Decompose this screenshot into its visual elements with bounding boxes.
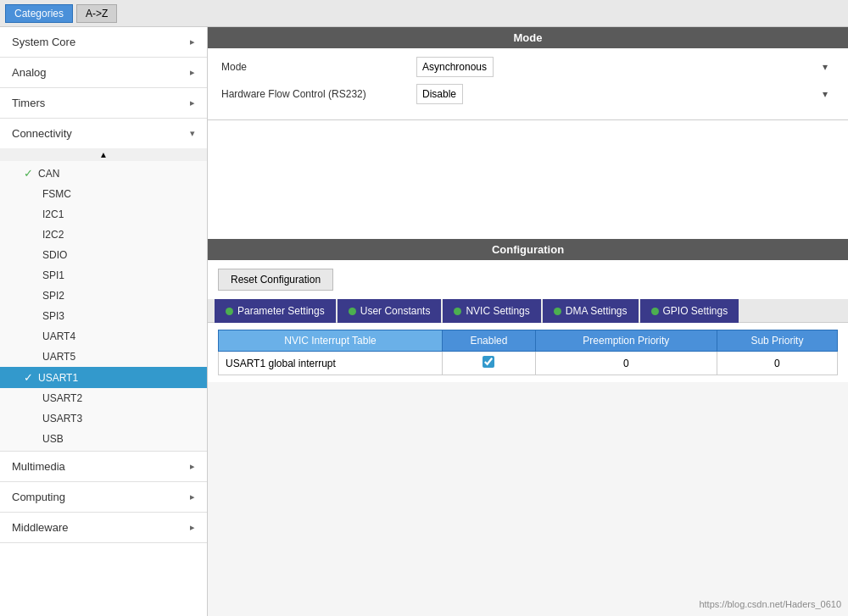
- sidebar-item-label-usart2: USART2: [42, 392, 82, 404]
- sidebar-item-usart3[interactable]: USART3: [0, 408, 207, 429]
- chevron-icon-analog: ▸: [190, 67, 195, 78]
- tab-label-nvic-settings: NVIC Settings: [466, 305, 529, 317]
- sidebar-section-header-analog[interactable]: Analog▸: [0, 58, 207, 87]
- col-sub-priority: Sub Priority: [717, 330, 837, 352]
- hw-flow-label: Hardware Flow Control (RS232): [221, 88, 416, 100]
- main-layout: System Core▸Analog▸Timers▸Connectivity▾▲…: [0, 27, 848, 616]
- interrupt-name-cell: USART1 global interrupt: [219, 352, 443, 375]
- chevron-icon-multimedia: ▸: [190, 461, 195, 472]
- reset-btn-area: Reset Configuration: [208, 260, 848, 299]
- mode-row: Mode Asynchronous: [221, 57, 834, 77]
- scroll-up-btn[interactable]: ▲: [0, 148, 207, 161]
- sidebar-section-header-middleware[interactable]: Middleware▸: [0, 513, 207, 542]
- sidebar-item-spi2[interactable]: SPI2: [0, 286, 207, 306]
- chevron-icon-connectivity: ▾: [190, 128, 195, 139]
- tab-dot-user-constants: [349, 308, 356, 315]
- check-icon-can: ✓: [24, 167, 33, 180]
- sidebar-item-uart5[interactable]: UART5: [0, 347, 207, 367]
- nvic-table-area: NVIC Interrupt Table Enabled Preemption …: [208, 323, 848, 382]
- sidebar-section-label-system-core: System Core: [12, 36, 75, 48]
- enabled-checkbox[interactable]: [483, 356, 494, 368]
- reset-config-button[interactable]: Reset Configuration: [218, 269, 333, 291]
- sidebar-item-usart1[interactable]: ✓USART1: [0, 367, 207, 388]
- sidebar-item-label-can: CAN: [38, 168, 59, 180]
- sidebar-section-label-timers: Timers: [12, 97, 45, 109]
- content-area: Mode Mode Asynchronous Hardware Flow Con…: [208, 27, 848, 616]
- sidebar-item-label-sdio: SDIO: [42, 249, 67, 261]
- sidebar-item-fsmc[interactable]: FSMC: [0, 184, 207, 204]
- sidebar-item-usb[interactable]: USB: [0, 429, 207, 449]
- config-tab-parameter-settings[interactable]: Parameter Settings: [215, 299, 336, 323]
- sidebar-section-label-connectivity: Connectivity: [12, 127, 72, 140]
- config-tab-dma-settings[interactable]: DMA Settings: [543, 299, 639, 323]
- tab-dot-dma-settings: [554, 308, 561, 315]
- sidebar-section-header-computing[interactable]: Computing▸: [0, 482, 207, 512]
- sidebar-item-label-usart1: USART1: [38, 372, 78, 384]
- config-tab-gpio-settings[interactable]: GPIO Settings: [640, 299, 739, 323]
- check-icon-usart1: ✓: [24, 371, 33, 384]
- sidebar-section-connectivity: Connectivity▾▲✓CANFSMCI2C1I2C2SDIOSPI1SP…: [0, 119, 207, 452]
- nvic-table: NVIC Interrupt Table Enabled Preemption …: [218, 330, 838, 375]
- tab-dot-nvic-settings: [454, 308, 461, 315]
- preemption-cell: 0: [535, 352, 717, 375]
- sidebar-item-label-i2c2: I2C2: [42, 229, 64, 241]
- sidebar-section-multimedia: Multimedia▸: [0, 452, 207, 482]
- config-section-header: Configuration: [208, 239, 848, 260]
- sidebar-section-label-middleware: Middleware: [12, 521, 68, 534]
- sidebar-item-label-spi1: SPI1: [42, 269, 64, 281]
- sidebar-section-header-connectivity[interactable]: Connectivity▾: [0, 119, 207, 148]
- sidebar-item-label-uart5: UART5: [42, 351, 75, 363]
- sidebar-item-label-fsmc: FSMC: [42, 188, 71, 200]
- sidebar-item-can[interactable]: ✓CAN: [0, 163, 207, 184]
- sidebar-item-i2c1[interactable]: I2C1: [0, 204, 207, 225]
- az-tab[interactable]: A->Z: [76, 4, 117, 23]
- tab-label-gpio-settings: GPIO Settings: [663, 305, 728, 317]
- mode-label: Mode: [221, 61, 416, 73]
- chevron-icon-timers: ▸: [190, 97, 195, 108]
- sidebar-item-usart2[interactable]: USART2: [0, 388, 207, 408]
- mode-section-header: Mode: [208, 27, 848, 48]
- sidebar-item-i2c2[interactable]: I2C2: [0, 225, 207, 245]
- col-enabled: Enabled: [443, 330, 536, 352]
- sidebar-section-label-analog: Analog: [12, 66, 46, 79]
- tab-dot-parameter-settings: [226, 308, 233, 315]
- chevron-icon-computing: ▸: [190, 491, 195, 502]
- sidebar-section-computing: Computing▸: [0, 482, 207, 513]
- sidebar-item-spi1[interactable]: SPI1: [0, 265, 207, 286]
- sidebar-item-label-usb: USB: [42, 433, 64, 445]
- sidebar-section-header-timers[interactable]: Timers▸: [0, 88, 207, 118]
- sidebar-item-spi3[interactable]: SPI3: [0, 306, 207, 326]
- sub-priority-cell: 0: [717, 352, 837, 375]
- config-tabs-bar: Parameter SettingsUser ConstantsNVIC Set…: [208, 299, 848, 323]
- config-tab-nvic-settings[interactable]: NVIC Settings: [443, 299, 540, 323]
- sidebar-section-middleware: Middleware▸: [0, 513, 207, 543]
- sidebar-item-label-spi3: SPI3: [42, 310, 64, 322]
- mode-select[interactable]: Asynchronous: [416, 57, 494, 77]
- watermark: https://blog.csdn.net/Haders_0610: [699, 599, 841, 609]
- sidebar-items-connectivity: ✓CANFSMCI2C1I2C2SDIOSPI1SPI2SPI3UART4UAR…: [0, 161, 207, 451]
- hw-flow-select[interactable]: Disable: [416, 84, 463, 104]
- hw-flow-row: Hardware Flow Control (RS232) Disable: [221, 84, 834, 104]
- sidebar-section-label-computing: Computing: [12, 491, 65, 503]
- sidebar: System Core▸Analog▸Timers▸Connectivity▾▲…: [0, 27, 208, 616]
- top-bar: Categories A->Z: [0, 0, 848, 27]
- chevron-icon-middleware: ▸: [190, 522, 195, 533]
- col-interrupt-table: NVIC Interrupt Table: [219, 330, 443, 352]
- sidebar-section-header-multimedia[interactable]: Multimedia▸: [0, 452, 207, 481]
- sidebar-item-uart4[interactable]: UART4: [0, 326, 207, 347]
- sidebar-section-system-core: System Core▸: [0, 27, 207, 58]
- sidebar-item-label-i2c1: I2C1: [42, 208, 64, 220]
- sidebar-item-sdio[interactable]: SDIO: [0, 245, 207, 265]
- table-header-row: NVIC Interrupt Table Enabled Preemption …: [219, 330, 838, 352]
- config-tab-user-constants[interactable]: User Constants: [338, 299, 442, 323]
- categories-tab[interactable]: Categories: [5, 4, 73, 23]
- col-preemption: Preemption Priority: [535, 330, 717, 352]
- sidebar-section-timers: Timers▸: [0, 88, 207, 119]
- hw-flow-select-wrapper: Disable: [416, 84, 834, 104]
- table-row: USART1 global interrupt00: [219, 352, 838, 375]
- chevron-icon-system-core: ▸: [190, 36, 195, 47]
- sidebar-section-header-system-core[interactable]: System Core▸: [0, 27, 207, 57]
- tab-label-parameter-settings: Parameter Settings: [237, 305, 325, 317]
- tab-label-dma-settings: DMA Settings: [566, 305, 628, 317]
- sidebar-item-label-spi2: SPI2: [42, 290, 64, 302]
